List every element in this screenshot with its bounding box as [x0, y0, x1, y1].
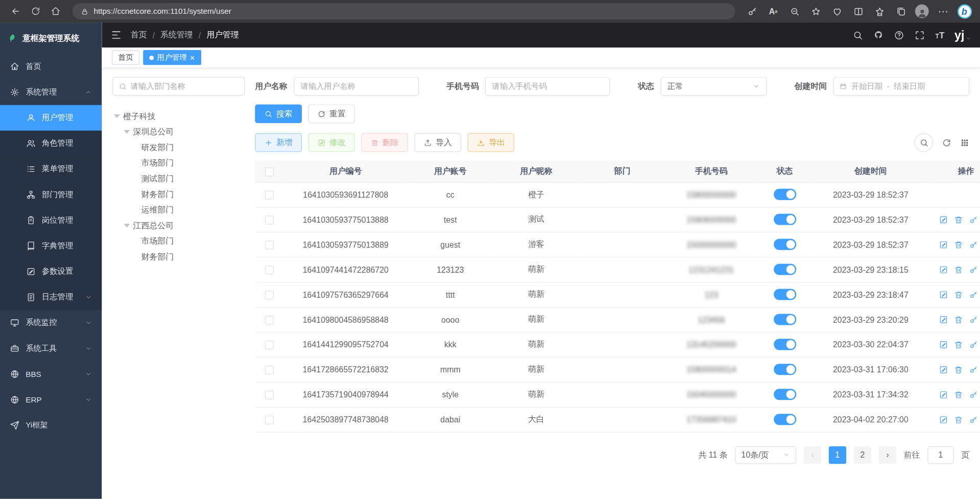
delete-icon[interactable]	[954, 415, 963, 424]
import-button[interactable]: 导入	[414, 133, 461, 152]
status-toggle[interactable]	[774, 239, 796, 250]
edit-icon[interactable]	[939, 290, 948, 299]
read-aloud-button[interactable]: Aᵃ	[764, 3, 783, 20]
tab-home[interactable]: 首页	[112, 50, 139, 65]
row-checkbox[interactable]	[265, 241, 273, 249]
sidebar-item-erp[interactable]: ERP	[0, 387, 102, 413]
tree-node[interactable]: 研发部门	[112, 139, 245, 155]
favorites-button[interactable]	[870, 3, 889, 20]
tree-node[interactable]: 市场部门	[112, 233, 245, 249]
sidebar-item-dept-management[interactable]: 部门管理	[0, 182, 102, 207]
delete-icon[interactable]	[954, 315, 963, 324]
sidebar-item-system-monitor[interactable]: 系统监控	[0, 310, 102, 336]
reset-password-icon[interactable]	[969, 265, 978, 274]
sidebar-item-bbs[interactable]: BBS	[0, 361, 102, 387]
reset-password-icon[interactable]	[969, 340, 978, 349]
delete-icon[interactable]	[954, 215, 963, 224]
search-button[interactable]: 搜索	[255, 104, 302, 123]
sidebar-item-log-management[interactable]: 日志管理	[0, 284, 102, 310]
sidebar-item-home[interactable]: 首页	[0, 54, 102, 79]
fullscreen-icon[interactable]	[915, 30, 925, 40]
reset-password-icon[interactable]	[969, 365, 978, 374]
copilot-button[interactable]: b	[955, 3, 974, 20]
delete-icon[interactable]	[954, 390, 963, 399]
edit-icon[interactable]	[939, 365, 948, 374]
tab-user-management[interactable]: 用户管理 ×	[143, 50, 201, 65]
tree-node[interactable]: 财务部门	[112, 249, 245, 265]
more-menu-button[interactable]: ⋯	[934, 3, 953, 20]
row-checkbox[interactable]	[265, 416, 273, 424]
tree-node[interactable]: 测试部门	[112, 171, 245, 186]
help-icon[interactable]	[894, 30, 905, 40]
tree-node[interactable]: 深圳总公司	[112, 124, 245, 139]
row-checkbox[interactable]	[265, 266, 273, 274]
search-icon[interactable]	[853, 30, 864, 40]
github-icon[interactable]	[873, 30, 884, 40]
caret-down-icon[interactable]	[124, 130, 130, 133]
refresh-table-button[interactable]	[942, 138, 951, 147]
reset-password-icon[interactable]	[969, 290, 978, 299]
select-all-checkbox[interactable]	[265, 167, 273, 176]
row-checkbox[interactable]	[265, 316, 273, 324]
delete-icon[interactable]	[954, 265, 963, 274]
delete-icon[interactable]	[954, 340, 963, 349]
breadcrumb-item[interactable]: 系统管理	[160, 30, 193, 41]
date-range-picker[interactable]: 开始日期 - 结束日期	[833, 77, 969, 96]
profile-button[interactable]	[913, 3, 931, 20]
sidebar-item-system-tools[interactable]: 系统工具	[0, 336, 102, 361]
tree-node[interactable]: 橙子科技	[112, 108, 245, 124]
row-checkbox[interactable]	[265, 341, 273, 349]
caret-down-icon[interactable]	[114, 114, 120, 117]
zoom-button[interactable]	[785, 3, 804, 20]
delete-icon[interactable]	[954, 240, 963, 249]
caret-down-icon[interactable]	[124, 224, 130, 227]
show-search-button[interactable]	[915, 133, 934, 152]
delete-icon[interactable]	[954, 365, 963, 374]
status-toggle[interactable]	[774, 189, 796, 200]
status-toggle[interactable]	[774, 364, 796, 375]
page-size-select[interactable]: 10条/页	[735, 446, 796, 463]
reset-password-icon[interactable]	[969, 315, 978, 324]
tree-node[interactable]: 运维部门	[112, 202, 245, 218]
refresh-button[interactable]	[26, 3, 45, 20]
page-button-2[interactable]: 2	[854, 446, 871, 463]
back-button[interactable]	[6, 3, 25, 20]
export-button[interactable]: 导出	[467, 133, 514, 152]
reset-button[interactable]: 重置	[308, 104, 355, 123]
status-toggle[interactable]	[774, 339, 796, 350]
sidebar-item-dict-management[interactable]: 字典管理	[0, 233, 102, 259]
status-toggle[interactable]	[774, 389, 796, 400]
reset-password-icon[interactable]	[969, 240, 978, 249]
edit-icon[interactable]	[939, 265, 948, 274]
row-checkbox[interactable]	[265, 291, 273, 299]
username-input[interactable]	[294, 77, 419, 96]
row-checkbox[interactable]	[265, 366, 273, 374]
next-page-button[interactable]: ›	[879, 446, 896, 463]
edit-icon[interactable]	[939, 390, 948, 399]
split-screen-button[interactable]	[849, 3, 868, 20]
modify-button[interactable]: 修改	[308, 133, 355, 152]
reset-password-icon[interactable]	[969, 415, 978, 424]
row-checkbox[interactable]	[265, 191, 273, 199]
status-toggle[interactable]	[774, 289, 796, 300]
sidebar-item-user-management[interactable]: 用户管理	[0, 105, 102, 131]
status-toggle[interactable]	[774, 264, 796, 275]
goto-page-input[interactable]	[927, 446, 953, 463]
collapse-sidebar-icon[interactable]	[111, 30, 122, 41]
sidebar-item-parameter-settings[interactable]: 参数设置	[0, 259, 102, 284]
font-size-icon[interactable]: TT	[936, 30, 945, 40]
delete-button[interactable]: 删除	[361, 133, 408, 152]
sidebar-item-role-management[interactable]: 角色管理	[0, 131, 102, 156]
sidebar-item-menu-management[interactable]: 菜单管理	[0, 156, 102, 182]
favorites-add-button[interactable]	[806, 3, 825, 20]
delete-icon[interactable]	[954, 290, 963, 299]
user-menu[interactable]: yj	[954, 29, 971, 41]
collections-button[interactable]	[891, 3, 910, 20]
page-button-1[interactable]: 1	[829, 446, 846, 463]
edit-icon[interactable]	[939, 340, 948, 349]
status-toggle[interactable]	[774, 414, 796, 425]
tree-node[interactable]: 市场部门	[112, 155, 245, 171]
edit-icon[interactable]	[939, 315, 948, 324]
home-button[interactable]	[46, 3, 65, 20]
department-search-input[interactable]	[131, 82, 239, 90]
